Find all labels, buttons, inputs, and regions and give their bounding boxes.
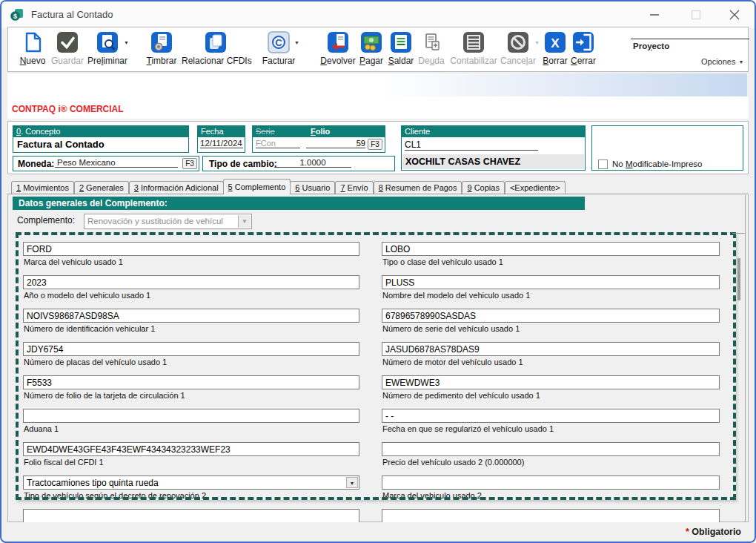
svg-text:X: X [551,36,560,50]
cliente-code[interactable]: CL1 [405,139,538,151]
field-label: Año o modelo del vehiculo usado 1 [24,291,150,300]
tab-3-informaci-n-adicional[interactable]: 3 Información Adicional [129,181,224,194]
cliente-header: Cliente [402,126,585,137]
facturar-icon: C [268,31,290,53]
nuevo-button[interactable]: Nuevo [18,31,47,66]
input-n-mero-de-folio-de-la-tarjeta-de-circulaci-n-1[interactable]: F5533 [23,375,359,389]
save-icon [56,31,79,53]
tab-strip: 1 Movimientos2 Generales3 Información Ad… [11,178,566,194]
tab-8-resumen-de-pagos[interactable]: 8 Resumen de Pagos [374,181,462,194]
timbrar-button[interactable]: Timbrar [143,31,180,66]
folio-value[interactable]: 59 [306,139,365,148]
tipo-cambio-group: Tipo de cambio: 1.0000 [202,156,395,171]
relacionar-cfdis-button[interactable]: Relacionar CFDIs [182,31,250,66]
window: $ Factura al Contado Proyecto Opciones▼ … [0,0,756,543]
svg-text:C: C [275,37,282,48]
moneda-value[interactable]: Peso Mexicano [55,158,178,168]
field-label: Número de motor del vehículo usado 1 [382,358,523,366]
no-modificable-label: No Modificable-Impreso [612,159,702,168]
print-preview-icon [96,31,119,53]
cliente-name: XOCHILT CASAS CHAVEZ [405,157,520,167]
input-marca-del-vehiculo-usado-2[interactable] [382,475,720,490]
select-tipo-de-veh-culo-seg-n-el-decreto-de-renovaci-n-2[interactable]: Tractocamiones tipo quinta rueda▼ [23,475,359,490]
preliminar-button[interactable]: Preliminar [87,31,128,66]
field-label: Número de pedimento del vehículo usado 1 [382,391,540,400]
input-n-mero-de-placas-del-veh-culo-usado-1[interactable]: JDY6754 [23,342,359,356]
input-nombre-del-modelo-del-vehiculo-usado-1[interactable]: PLUSS [382,275,720,289]
cliente-name-strip: XOCHILT CASAS CHAVEZ [402,154,584,169]
maximize-button[interactable] [685,7,707,22]
deuda-button: Deuda [416,31,447,66]
cliente-group: Cliente CL1 XOCHILT CASAS CHAVEZ [401,125,586,171]
scrollbar-thumb[interactable] [737,258,740,300]
new-document-icon [21,31,44,53]
input-folio-fiscal-del-cfdi-1[interactable]: EWD4DWE43GFE43F43EWF43434323233WEF23 [23,442,359,456]
toolbar: Proyecto Opciones▼ NuevoGuardar▼Prelimin… [7,27,749,72]
stamp-icon [150,31,173,53]
concepto-value[interactable]: Factura al Contado [17,139,105,150]
required-label: Obligatorio [692,527,741,537]
input-a-o-o-modelo-del-vehiculo-usado-1[interactable]: 2023 [23,275,359,289]
return-icon [327,31,349,53]
close-button[interactable] [723,7,746,22]
input-fecha-en-que-se-regulariz-el-veh-culo-usado-1[interactable]: - - [382,409,720,423]
brand-row: CONTPAQ i® COMERCIAL [7,96,749,119]
proyecto-label: Proyecto [633,42,669,50]
cerrar-button[interactable]: Cerrar [567,31,600,66]
complemento-label: Complemento: [17,215,75,226]
tipo-cambio-value[interactable]: 1.0000 [274,158,351,168]
input-n-mero-de-pedimento-del-veh-culo-usado-1[interactable]: EWEWDWE3 [382,375,720,389]
tab-content: Datos generales del Complemento: Complem… [7,194,749,522]
minimize-button[interactable] [643,7,666,22]
tab-9-copias[interactable]: 9 Copias [462,181,504,194]
devolver-button[interactable]: Devolver [317,31,359,66]
tab-expediente[interactable]: <Expediente> [505,181,566,194]
complemento-select[interactable]: Renovación y sustitución de vehícul ▼ [84,214,252,229]
app-icon: $ [10,8,24,22]
folio-f3-button[interactable]: F3 [368,139,382,150]
required-star: * [686,527,689,537]
tab-6-usuario[interactable]: 6 Usuario [290,181,335,194]
pagar-button[interactable]: Pagar [355,31,388,66]
folio-header: Folio [311,127,330,136]
chevron-down-icon: ▼ [738,59,743,65]
input-n-mero-de-identificaci-n-vehicular-1[interactable]: NOIVS98687ASD98SA [23,309,359,323]
field-label: Fecha en que se regularizó el vehículo u… [382,424,554,433]
pay-icon [360,31,382,53]
input-n-mero-de-motor-del-veh-culo-usado-1[interactable]: JASUD6878AS78DAS9 [382,342,720,356]
window-title: Factura al Contado [31,9,113,20]
input-precio-del-veh-culo-usado-2-0-000000[interactable] [382,442,720,456]
input-row9-left[interactable] [23,509,359,522]
fecha-value[interactable]: 12/11/2024 [200,139,243,148]
opciones-button[interactable]: Opciones▼ [701,57,743,66]
chevron-down-icon: ▼ [238,215,251,228]
field-label: Número de serie del vehículo usado 1 [382,324,520,333]
cancelar-button: Cancelar [497,31,539,66]
field-label: Aduana 1 [24,424,59,433]
tab-5-complemento[interactable]: 5 Complemento [223,179,291,194]
input-tipo-o-clase-del-veh-culo-usado-1[interactable]: LOBO [382,242,720,256]
field-label: Tipo de vehículo según el decreto de ren… [24,491,206,500]
tab-7-env-o[interactable]: 7 Envío [335,181,373,194]
field-label: Tipo o clase del vehículo usado 1 [382,257,503,266]
serie-value[interactable]: FCon [256,139,300,148]
input-row9-right[interactable] [382,509,720,522]
proyecto-field[interactable] [631,39,749,39]
input-aduana-1[interactable] [23,409,359,423]
moneda-group: Moneda: Peso Mexicano F3 [13,156,199,171]
contabilizar-button: Contabilizar [447,31,500,66]
input-n-mero-de-serie-del-veh-culo-usado-1[interactable]: 67896578990SASDAS [382,309,720,323]
serie-header: Serie [256,127,275,136]
tab-2-generales[interactable]: 2 Generales [74,181,129,194]
fecha-group: Fecha 12/11/2024 [197,125,245,153]
tab-1-movimientos[interactable]: 1 Movimientos [11,181,74,194]
saldar-button[interactable]: Saldar [385,31,417,66]
field-label: Número de identificación vehicular 1 [24,324,155,333]
no-modificable-checkbox[interactable] [598,159,608,169]
complement-fields: FORDMarca del vehiculo usado 1LOBOTipo o… [8,232,748,522]
section-title-bar: Datos generales del Complemento: [13,197,585,210]
input-marca-del-vehiculo-usado-1[interactable]: FORD [23,242,359,256]
moneda-f3-button[interactable]: F3 [182,158,197,169]
facturar-button[interactable]: CFacturar [259,31,299,66]
guardar-button: Guardar [50,31,84,66]
